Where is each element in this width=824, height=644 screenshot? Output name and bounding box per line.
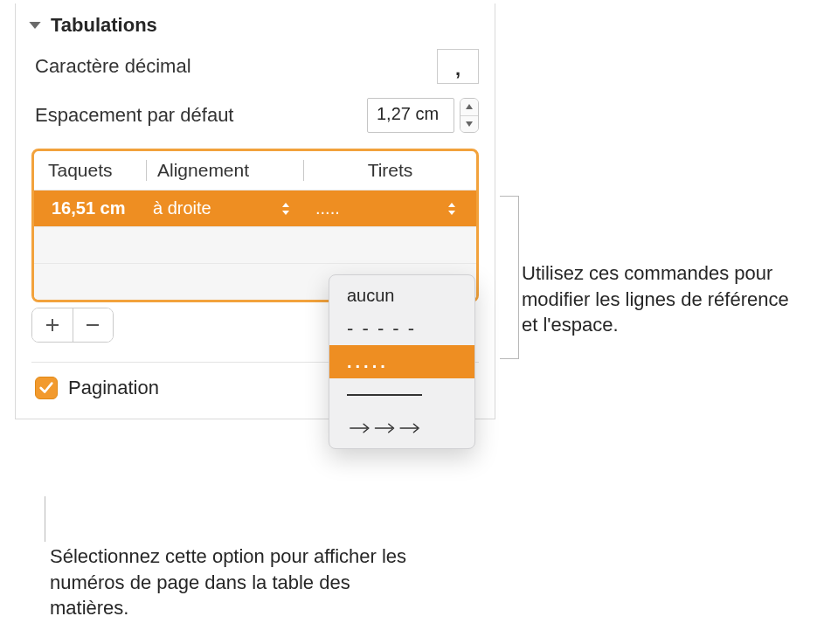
col-header-leaders[interactable]: Tirets [303, 160, 476, 181]
table-header: Taquets Alignement Tirets [34, 151, 476, 190]
remove-stop-button[interactable] [73, 308, 114, 342]
decimal-char-input[interactable]: , [437, 49, 479, 84]
alignment-value: à droite [153, 198, 211, 218]
leader-option-dots[interactable]: ..... [329, 345, 474, 378]
table-row[interactable] [34, 226, 476, 263]
spacing-stepper [460, 98, 479, 133]
stepper-down-button[interactable] [460, 116, 478, 133]
stop-value[interactable]: 16,51 cm [34, 198, 146, 218]
arrows-icon [347, 420, 422, 436]
callout-bracket-icon [500, 196, 519, 359]
leader-select[interactable]: ..... [303, 198, 476, 218]
pagination-checkbox[interactable] [35, 377, 58, 399]
decimal-char-label: Caractère décimal [35, 55, 191, 78]
dashes-icon: - - - - - [347, 317, 416, 340]
stepper-up-button[interactable] [460, 99, 478, 116]
default-spacing-input[interactable]: 1,27 cm [367, 98, 454, 133]
col-header-alignment[interactable]: Alignement [146, 160, 303, 181]
dots-icon: ..... [347, 352, 389, 372]
default-spacing-row: Espacement par défaut 1,27 cm [16, 91, 495, 140]
add-stop-button[interactable] [32, 308, 73, 342]
leader-option-dashes[interactable]: - - - - - [329, 312, 474, 345]
decimal-char-row: Caractère décimal , [16, 42, 495, 91]
disclosure-triangle-icon[interactable] [28, 18, 42, 32]
leader-dropdown: aucun - - - - - ..... [329, 274, 475, 449]
table-row[interactable]: 16,51 cm à droite ..... [34, 190, 476, 226]
leader-option-arrows[interactable] [329, 412, 474, 445]
add-remove-segmented [31, 308, 114, 343]
col-header-stops[interactable]: Taquets [34, 160, 146, 181]
chevron-updown-icon [280, 202, 291, 216]
chevron-updown-icon [447, 202, 457, 216]
callout-line-icon [45, 496, 45, 542]
leader-option-none[interactable]: aucun [329, 279, 474, 312]
section-title: Tabulations [51, 14, 157, 37]
section-header[interactable]: Tabulations [16, 3, 495, 42]
alignment-select[interactable]: à droite [146, 198, 303, 218]
line-icon [347, 394, 422, 396]
callout-text-bottom: Sélectionnez cette option pour afficher … [50, 544, 417, 621]
leader-option-line[interactable] [329, 378, 474, 412]
default-spacing-label: Espacement par défaut [35, 104, 233, 127]
callout-text-right: Utilisez ces commandes pour modifier les… [522, 260, 810, 338]
pagination-label: Pagination [68, 377, 159, 399]
leader-value: ..... [315, 198, 340, 218]
